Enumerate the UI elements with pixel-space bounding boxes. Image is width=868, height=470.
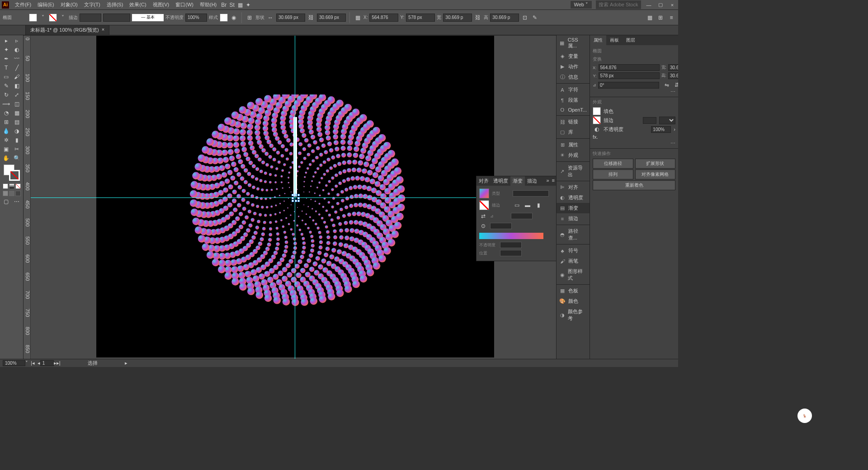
- screen-mode-tool[interactable]: ▢: [1, 197, 12, 206]
- menu-icon[interactable]: ≡: [667, 14, 675, 22]
- panel-symbols[interactable]: ♣符号: [557, 245, 590, 256]
- panel-icon[interactable]: ▦: [646, 14, 654, 22]
- style-swatch[interactable]: [220, 14, 228, 22]
- shape-w-input[interactable]: [276, 14, 305, 22]
- panel-color-guide[interactable]: ◑颜色参考: [557, 306, 590, 324]
- chevron-right-icon[interactable]: ›: [674, 127, 675, 132]
- draw-mode-switches[interactable]: [1, 190, 22, 197]
- stroke-mode-icon[interactable]: ▬: [524, 201, 532, 209]
- eyedropper-tool[interactable]: 💧: [1, 127, 12, 136]
- link-icon[interactable]: ⛓: [474, 14, 482, 22]
- flip-v-icon[interactable]: ⇵: [673, 81, 678, 89]
- y-input[interactable]: [599, 72, 660, 79]
- workspace-selector[interactable]: Web ˅: [570, 0, 592, 9]
- search-input[interactable]: 搜索 Adobe Stock: [596, 0, 641, 9]
- lasso-tool[interactable]: ◐: [12, 45, 23, 54]
- stroke-color[interactable]: [9, 170, 20, 181]
- rectangle-tool[interactable]: ▭: [1, 72, 12, 81]
- nav-first-icon[interactable]: |◂: [31, 360, 35, 366]
- panel-swatches[interactable]: ▦色板: [557, 286, 590, 296]
- edit-icon[interactable]: ✎: [531, 14, 539, 22]
- angle-input[interactable]: [598, 82, 659, 89]
- shape-builder-tool[interactable]: ◔: [1, 108, 12, 118]
- curvature-tool[interactable]: 〰: [12, 54, 23, 63]
- type-tool[interactable]: T: [1, 63, 12, 72]
- edit-toolbar[interactable]: ⋯: [12, 197, 23, 206]
- gradient-slider[interactable]: [479, 233, 543, 239]
- panel-stroke[interactable]: ≡描边: [557, 213, 590, 224]
- rp-opacity-input[interactable]: [651, 126, 671, 133]
- link-icon[interactable]: ⛓: [307, 14, 315, 22]
- panel-menu-icon[interactable]: ≡: [551, 176, 556, 186]
- bridge-icon[interactable]: Br: [220, 1, 228, 9]
- artboard-tool[interactable]: ▣: [1, 145, 12, 154]
- x-input[interactable]: [369, 14, 398, 22]
- status-menu-icon[interactable]: ▸: [125, 360, 127, 366]
- eraser-tool[interactable]: ◧: [12, 81, 23, 90]
- w-input[interactable]: [668, 64, 678, 71]
- y-input[interactable]: [406, 14, 435, 22]
- align-pixel-button[interactable]: 对齐像素网格: [635, 169, 676, 179]
- hand-tool[interactable]: ✋: [1, 154, 12, 163]
- document-tab[interactable]: 未标题-1* @ 100% (RGB/预览) ×: [25, 25, 109, 35]
- panel-align[interactable]: ⊫对齐: [557, 182, 590, 193]
- panel-properties[interactable]: ⊞属性: [557, 140, 590, 150]
- tab-properties[interactable]: 属性: [590, 35, 606, 45]
- artboard-nav-input[interactable]: [40, 360, 54, 366]
- panel-info[interactable]: ⓘ信息: [557, 72, 590, 82]
- rotate-tool[interactable]: ↻: [1, 90, 12, 99]
- panel-asset-export[interactable]: ↗资源导出: [557, 163, 590, 180]
- panel-appearance[interactable]: ☀外观: [557, 150, 590, 160]
- panel-icon[interactable]: ⊞: [656, 14, 665, 22]
- menu-edit[interactable]: 编辑(E): [34, 0, 57, 9]
- free-transform-tool[interactable]: ◫: [12, 99, 23, 108]
- stock-icon[interactable]: St: [228, 1, 236, 9]
- menu-window[interactable]: 窗口(W): [172, 0, 197, 9]
- menu-object[interactable]: 对象(O): [57, 0, 81, 9]
- panel-pathfinder[interactable]: ◓路径查...: [557, 226, 590, 243]
- tab-artboards[interactable]: 画板: [606, 35, 623, 45]
- stop-opacity-input[interactable]: [500, 242, 522, 248]
- brush-tool[interactable]: 🖌: [12, 72, 23, 81]
- mesh-tool[interactable]: ⊞: [1, 118, 12, 127]
- menu-type[interactable]: 文字(T): [81, 0, 104, 9]
- chevron-down-icon[interactable]: ˅: [25, 360, 28, 366]
- tab-transparency[interactable]: 透明度: [491, 176, 510, 186]
- artwork-dots[interactable]: [184, 94, 410, 320]
- tab-stroke[interactable]: 描边: [525, 176, 539, 186]
- stroke-profile[interactable]: [103, 14, 130, 22]
- isolate-icon[interactable]: ⊡: [521, 14, 529, 22]
- stroke-mode-icon[interactable]: ▭: [513, 201, 521, 209]
- h-input[interactable]: [668, 72, 678, 79]
- stroke-swatch[interactable]: [49, 14, 57, 22]
- swap-icon[interactable]: ⇄: [479, 212, 487, 220]
- maximize-button[interactable]: ▢: [656, 2, 665, 8]
- magic-wand-tool[interactable]: ✦: [1, 45, 12, 54]
- tab-align[interactable]: 对齐: [476, 176, 491, 186]
- more-options-icon[interactable]: ⋯: [670, 141, 675, 146]
- panel-variables[interactable]: ◈变量: [557, 51, 590, 61]
- gradient-angle-input[interactable]: [511, 213, 533, 219]
- blend-tool[interactable]: ◑: [12, 127, 23, 136]
- x-input[interactable]: [599, 64, 660, 71]
- fx-label[interactable]: fx.: [593, 134, 598, 140]
- expand-shape-button[interactable]: 扩展形状: [635, 159, 676, 169]
- menu-select[interactable]: 选择(S): [104, 0, 127, 9]
- transform-icon[interactable]: ▦: [354, 14, 362, 22]
- offset-path-button[interactable]: 位移路径: [593, 159, 633, 169]
- stroke-weight-input[interactable]: [80, 14, 101, 22]
- close-window-button[interactable]: ×: [668, 2, 676, 8]
- gradient-stroke-swatch[interactable]: [479, 200, 489, 210]
- gradient-panel[interactable]: 对齐 透明度 渐变 描边 » ≡ 类型: [476, 176, 556, 261]
- nav-last-icon[interactable]: ▸|: [57, 360, 61, 366]
- chevron-down-icon[interactable]: ˅: [39, 14, 47, 22]
- panel-paragraph[interactable]: ¶段落: [557, 95, 590, 105]
- more-options-icon[interactable]: ⋯: [670, 89, 675, 94]
- fill-stroke-control[interactable]: [4, 164, 20, 181]
- gradient-aspect-input[interactable]: [490, 223, 512, 229]
- h-input[interactable]: [490, 14, 519, 22]
- slice-tool[interactable]: ✂: [12, 145, 23, 154]
- shaper-tool[interactable]: ✎: [1, 81, 12, 90]
- arrange-docs-icon[interactable]: ▦: [236, 1, 244, 9]
- chevron-down-icon[interactable]: ˅: [59, 14, 67, 22]
